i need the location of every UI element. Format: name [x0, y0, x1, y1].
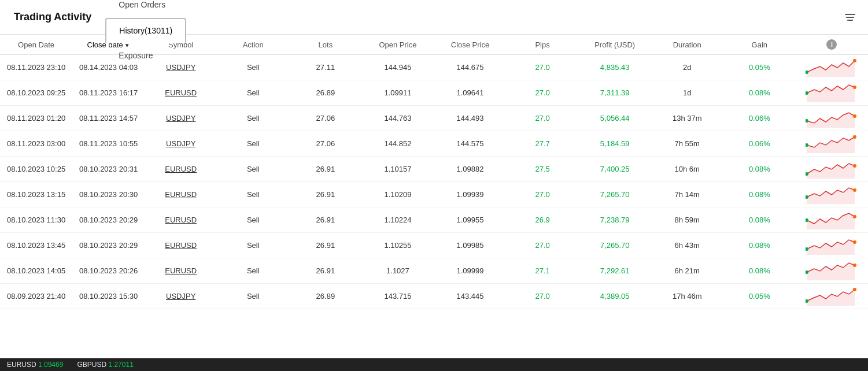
sparkline-chart [806, 234, 858, 255]
symbol-link[interactable]: EURUSD [165, 266, 197, 275]
cell-openprice: 144.763 [361, 106, 434, 131]
col-header-profit: Profit (USD) [579, 35, 651, 55]
cell-closedate: 08.11.2023 14:57 [72, 106, 145, 131]
cell-opendate: 08.10.2023 13:45 [0, 233, 72, 258]
cell-openprice: 1.09911 [361, 80, 434, 106]
cell-chart [796, 182, 868, 207]
cell-profit: 7,292.61 [579, 258, 651, 284]
cell-symbol[interactable]: EURUSD [145, 207, 217, 233]
symbol-link[interactable]: USDJPY [166, 292, 195, 300]
trades-table: Open DateClose date▼SymbolActionLotsOpen… [0, 35, 868, 309]
cell-profit: 5,184.59 [579, 131, 651, 157]
sparkline-chart [806, 56, 858, 77]
cell-pips: 27.0 [507, 55, 579, 80]
cell-closedate: 08.10.2023 20:31 [72, 157, 145, 182]
symbol-link[interactable]: EURUSD [165, 241, 197, 250]
cell-action: Sell [217, 131, 289, 157]
cell-closeprice: 1.09641 [434, 80, 506, 106]
cell-gain: 0.06% [723, 106, 796, 131]
cell-lots: 26.91 [289, 233, 361, 258]
cell-pips: 27.7 [507, 131, 579, 157]
tab-history[interactable]: History(13011) [105, 18, 186, 43]
cell-action: Sell [217, 157, 289, 182]
cell-openprice: 1.10224 [361, 207, 434, 233]
cell-opendate: 08.09.2023 21:40 [0, 284, 72, 309]
cell-chart [796, 157, 868, 182]
cell-lots: 26.91 [289, 207, 361, 233]
symbol-link[interactable]: EURUSD [165, 88, 197, 97]
cell-closeprice: 1.09999 [434, 258, 506, 284]
sparkline-chart [806, 183, 858, 204]
cell-opendate: 08.10.2023 13:15 [0, 182, 72, 207]
cell-closeprice: 1.09985 [434, 233, 506, 258]
tabs-container: Open TradesOpen OrdersHistory(13011)Expo… [105, 0, 187, 68]
symbol-link[interactable]: EURUSD [165, 165, 197, 173]
table-row: 08.10.2023 11:3008.10.2023 20:29EURUSDSe… [0, 207, 868, 233]
cell-action: Sell [217, 80, 289, 106]
cell-symbol[interactable]: EURUSD [145, 258, 217, 284]
cell-action: Sell [217, 233, 289, 258]
cell-closedate: 08.10.2023 20:26 [72, 258, 145, 284]
cell-openprice: 1.10157 [361, 157, 434, 182]
svg-point-13 [853, 215, 856, 218]
svg-point-3 [853, 86, 856, 89]
cell-closedate: 08.10.2023 20:29 [72, 207, 145, 233]
cell-action: Sell [217, 284, 289, 309]
cell-pips: 27.0 [507, 80, 579, 106]
cell-duration: 7h 55m [651, 131, 723, 157]
cell-symbol[interactable]: EURUSD [145, 233, 217, 258]
cell-duration: 7h 14m [651, 182, 723, 207]
cell-symbol[interactable]: USDJPY [145, 284, 217, 309]
cell-symbol[interactable]: EURUSD [145, 157, 217, 182]
tab-bar: Trading Activity Open TradesOpen OrdersH… [0, 0, 868, 35]
cell-duration: 6h 21m [651, 258, 723, 284]
cell-symbol[interactable]: USDJPY [145, 106, 217, 131]
symbol-link[interactable]: EURUSD [165, 190, 197, 199]
cell-opendate: 08.10.2023 09:25 [0, 80, 72, 106]
cell-duration: 13h 37m [651, 106, 723, 131]
cell-symbol[interactable]: EURUSD [145, 182, 217, 207]
col-header-openprice: Open Price [361, 35, 434, 55]
cell-lots: 27.11 [289, 55, 361, 80]
cell-action: Sell [217, 55, 289, 80]
cell-symbol[interactable]: EURUSD [145, 80, 217, 106]
table-row: 08.11.2023 01:2008.11.2023 14:57USDJPYSe… [0, 106, 868, 131]
settings-button[interactable] [841, 10, 859, 24]
cell-lots: 26.91 [289, 182, 361, 207]
cell-openprice: 1.10209 [361, 182, 434, 207]
cell-profit: 7,265.70 [579, 233, 651, 258]
svg-point-15 [853, 240, 856, 244]
cell-gain: 0.08% [723, 207, 796, 233]
cell-chart [796, 233, 868, 258]
sparkline-chart [806, 259, 858, 280]
table-body: 08.11.2023 23:1008.14.2023 04:03USDJPYSe… [0, 55, 868, 309]
cell-duration: 2d [651, 55, 723, 80]
svg-point-5 [853, 114, 856, 118]
cell-profit: 4,389.05 [579, 284, 651, 309]
cell-gain: 0.08% [723, 157, 796, 182]
cell-pips: 27.1 [507, 258, 579, 284]
cell-closeprice: 144.575 [434, 131, 506, 157]
cell-symbol[interactable]: USDJPY [145, 131, 217, 157]
sparkline-chart [806, 158, 858, 179]
table-row: 08.11.2023 03:0008.11.2023 10:55USDJPYSe… [0, 131, 868, 157]
col-header-duration: Duration [651, 35, 723, 55]
cell-profit: 4,835.43 [579, 55, 651, 80]
cell-pips: 27.0 [507, 233, 579, 258]
cell-action: Sell [217, 207, 289, 233]
cell-lots: 26.91 [289, 258, 361, 284]
symbol-link[interactable]: EURUSD [165, 216, 197, 224]
sparkline-chart [806, 107, 858, 128]
table-row: 08.09.2023 21:4008.10.2023 15:30USDJPYSe… [0, 284, 868, 309]
info-icon[interactable]: i [826, 39, 837, 50]
tab-exposure[interactable]: Exposure [105, 43, 186, 68]
cell-duration: 1d [651, 80, 723, 106]
symbol-link[interactable]: USDJPY [166, 139, 195, 148]
sparkline-chart [806, 132, 858, 153]
table-row: 08.10.2023 14:0508.10.2023 20:26EURUSDSe… [0, 258, 868, 284]
cell-closeprice: 1.09955 [434, 207, 506, 233]
tab-open-orders[interactable]: Open Orders [105, 0, 186, 17]
cell-closedate: 08.10.2023 15:30 [72, 284, 145, 309]
symbol-link[interactable]: USDJPY [166, 114, 195, 123]
cell-closedate: 08.11.2023 16:17 [72, 80, 145, 106]
